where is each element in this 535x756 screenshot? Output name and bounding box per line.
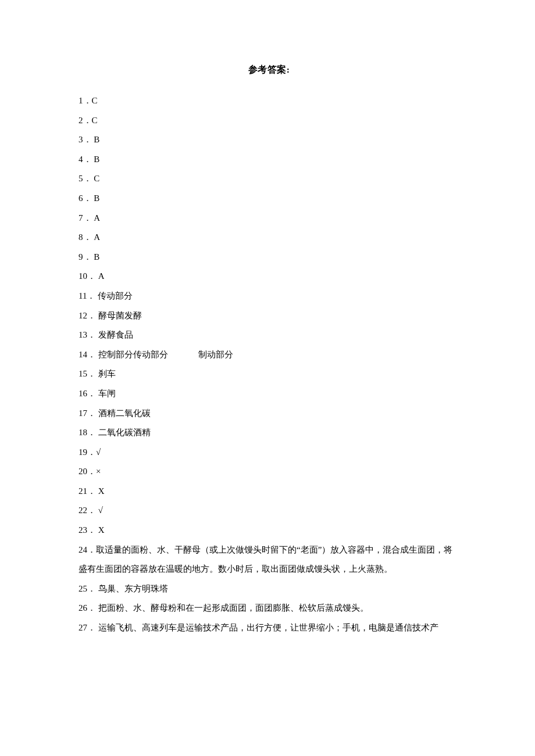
answer-value: 酒精二氧化碳	[98, 409, 151, 418]
answer-number: 6．	[79, 189, 94, 209]
answer-row: 23． X	[79, 521, 459, 540]
answer-number: 12．	[79, 306, 98, 326]
answer-row: 13． 发酵食品	[79, 325, 459, 345]
answer-value: C	[92, 116, 98, 125]
answer-value: A	[98, 271, 105, 281]
answer-row: 14． 控制部分传动部分 制动部分	[79, 345, 459, 365]
answer-number: 25．	[79, 579, 98, 599]
answer-value: ×	[96, 467, 101, 476]
answer-value: 运输飞机、高速列车是运输技术产品，出行方便，让世界缩小；手机，电脑是通信技术产	[98, 623, 438, 632]
answer-value: 刹车	[98, 369, 116, 378]
answer-row: 26． 把面粉、水、酵母粉和在一起形成面团，面团膨胀、松软后蒸成馒头。	[79, 599, 459, 618]
answer-list: 1．C2．C3． B4． B5． C6． B7． A8． A9． B10． A1…	[79, 91, 459, 638]
answer-value: √	[96, 447, 101, 457]
answer-row: 16． 车闸	[79, 384, 459, 404]
answer-row: 8． A	[79, 228, 459, 248]
answer-value: C	[94, 174, 99, 183]
answer-number: 10．	[79, 267, 98, 286]
answer-number: 16．	[79, 384, 98, 404]
answer-value: A	[94, 232, 100, 242]
answer-row: 27． 运输飞机、高速列车是运输技术产品，出行方便，让世界缩小；手机，电脑是通信…	[79, 618, 459, 638]
answer-row: 1．C	[79, 91, 459, 111]
answer-row: 15． 刹车	[79, 364, 459, 384]
answer-number: 26．	[79, 599, 98, 618]
answer-value: 取适量的面粉、水、干酵母（或上次做馒头时留下的“老面”）放入容器中，混合成生面团…	[79, 545, 452, 574]
answer-number: 17．	[79, 404, 98, 424]
answer-number: 2．	[79, 111, 92, 131]
answer-value: 传动部分	[98, 291, 133, 300]
answer-value: 发酵食品	[98, 330, 133, 339]
answer-number: 13．	[79, 325, 98, 345]
answer-row: 21． X	[79, 482, 459, 501]
answer-number: 27．	[79, 618, 98, 638]
answer-value: 控制部分传动部分 制动部分	[98, 350, 234, 359]
answer-value: B	[94, 155, 99, 164]
answer-number: 8．	[79, 228, 94, 248]
answer-value: 把面粉、水、酵母粉和在一起形成面团，面团膨胀、松软后蒸成馒头。	[98, 603, 369, 612]
answer-row: 12． 酵母菌发酵	[79, 306, 459, 326]
answer-value: 车闸	[98, 389, 116, 398]
answer-number: 23．	[79, 521, 98, 540]
answer-row: 7． A	[79, 209, 459, 228]
answer-value: √	[98, 506, 103, 515]
answer-row: 22． √	[79, 501, 459, 521]
answer-number: 22．	[79, 501, 98, 521]
answer-row: 11． 传动部分	[79, 286, 459, 306]
answer-number: 9．	[79, 248, 94, 267]
answer-value: X	[98, 525, 105, 535]
answer-number: 24．	[79, 540, 96, 560]
document-page: 参考答案: 1．C2．C3． B4． B5． C6． B7． A8． A9． B…	[0, 0, 535, 756]
answer-row: 18． 二氧化碳酒精	[79, 423, 459, 443]
answer-row: 5． C	[79, 169, 459, 189]
answer-value: B	[94, 135, 99, 144]
answer-value: 鸟巢、东方明珠塔	[98, 584, 168, 593]
answer-value: 二氧化碳酒精	[98, 428, 151, 437]
answer-number: 7．	[79, 209, 94, 228]
answer-number: 18．	[79, 423, 98, 443]
answer-number: 15．	[79, 364, 98, 384]
answer-value: X	[98, 486, 105, 496]
answer-row: 2．C	[79, 111, 459, 131]
answer-row: 10． A	[79, 267, 459, 286]
page-title: 参考答案:	[79, 64, 459, 76]
answer-number: 19．	[79, 443, 96, 463]
answer-row: 9． B	[79, 248, 459, 267]
answer-number: 1．	[79, 91, 92, 111]
answer-number: 21．	[79, 482, 98, 501]
answer-row: 25． 鸟巢、东方明珠塔	[79, 579, 459, 599]
answer-value: B	[94, 252, 99, 261]
answer-number: 14．	[79, 345, 98, 365]
answer-number: 4．	[79, 150, 94, 170]
answer-number: 11．	[79, 286, 98, 306]
answer-value: 酵母菌发酵	[98, 311, 142, 320]
answer-number: 3．	[79, 130, 94, 150]
answer-row: 19．√	[79, 443, 459, 463]
answer-row: 17． 酒精二氧化碳	[79, 404, 459, 424]
answer-row: 20．×	[79, 462, 459, 482]
answer-value: B	[94, 194, 99, 203]
answer-row: 24． 取适量的面粉、水、干酵母（或上次做馒头时留下的“老面”）放入容器中，混合…	[79, 540, 459, 579]
answer-value: A	[94, 213, 100, 223]
answer-number: 5．	[79, 169, 94, 189]
answer-row: 3． B	[79, 130, 459, 150]
answer-row: 6． B	[79, 189, 459, 209]
answer-row: 4． B	[79, 150, 459, 170]
answer-number: 20．	[79, 462, 96, 482]
answer-value: C	[92, 96, 98, 105]
